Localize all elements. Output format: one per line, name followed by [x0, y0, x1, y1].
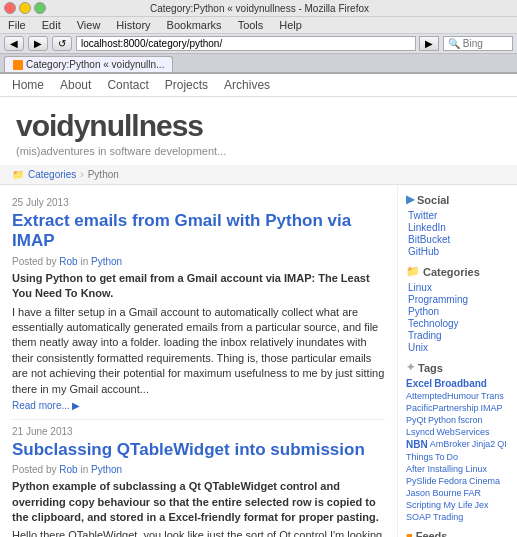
content-layout: 25 July 2013 Extract emails from Gmail w…: [0, 185, 517, 537]
sidebar-tags-title: ✦ Tags: [406, 361, 509, 374]
window-controls[interactable]: [4, 2, 46, 14]
tag-jasonbourne[interactable]: Jason Bourne: [406, 488, 462, 498]
go-button[interactable]: ▶: [419, 36, 439, 51]
nav-home[interactable]: Home: [12, 78, 44, 92]
sidebar-categories: 📁 Categories Linux Programming Python Te…: [406, 265, 509, 353]
article-2-author[interactable]: Rob: [59, 464, 77, 475]
tab-favicon: [13, 60, 23, 70]
feeds-icon: ■: [406, 530, 413, 537]
nav-about[interactable]: About: [60, 78, 91, 92]
nav-archives[interactable]: Archives: [224, 78, 270, 92]
sidebar-categories-title: 📁 Categories: [406, 265, 509, 278]
article-1-category[interactable]: Python: [91, 256, 122, 267]
sidebar-twitter[interactable]: Twitter: [406, 210, 509, 221]
reload-button[interactable]: ↺: [52, 36, 72, 51]
window-title: Category:Python « voidynullness - Mozill…: [46, 3, 473, 14]
tag-cinema[interactable]: Cinema: [469, 476, 500, 486]
folder-icon: 📁: [406, 265, 420, 278]
article-1-summary: I have a filter setup in a Gmail account…: [12, 305, 385, 397]
site-title: voidynullness: [16, 109, 501, 143]
close-button[interactable]: [4, 2, 16, 14]
sidebar-bitbucket[interactable]: BitBucket: [406, 234, 509, 245]
article-1-summary-bold: Using Python to get email from a Gmail a…: [12, 271, 385, 302]
tag-ambroker[interactable]: AmBroker: [430, 439, 470, 450]
tag-do[interactable]: Do: [447, 452, 459, 462]
article-divider: [12, 419, 385, 420]
site-nav: Home About Contact Projects Archives: [0, 74, 517, 97]
tag-lsyncd[interactable]: Lsyncd: [406, 427, 435, 437]
tabs-bar: Category:Python « voidynulln...: [0, 54, 517, 73]
sidebar-social: ▶ Social Twitter LinkedIn BitBucket GitH…: [406, 193, 509, 257]
article-2-summary-bold: Python example of subclassing a Qt QTabl…: [12, 479, 385, 525]
browser-chrome: Category:Python « voidynullness - Mozill…: [0, 0, 517, 74]
tag-imap[interactable]: IMAP: [481, 403, 503, 413]
menu-tools[interactable]: Tools: [234, 18, 268, 32]
address-bar-row: ▶: [76, 36, 439, 51]
tag-python[interactable]: Python: [428, 415, 456, 425]
nav-contact[interactable]: Contact: [107, 78, 148, 92]
site-header: voidynullness (mis)adventures in softwar…: [0, 97, 517, 165]
nav-projects[interactable]: Projects: [165, 78, 208, 92]
tag-nbn[interactable]: NBN: [406, 439, 428, 450]
active-tab[interactable]: Category:Python « voidynulln...: [4, 56, 173, 72]
tag-trading[interactable]: Trading: [433, 512, 463, 522]
social-icon: ▶: [406, 193, 414, 206]
article-1-read-more[interactable]: Read more... ▶: [12, 400, 385, 411]
article-1-title[interactable]: Extract emails from Gmail with Python vi…: [12, 211, 385, 252]
maximize-button[interactable]: [34, 2, 46, 14]
breadcrumb-python: Python: [88, 169, 119, 180]
address-input[interactable]: [76, 36, 416, 51]
tag-attemptedhumour[interactable]: AttemptedHumour: [406, 391, 479, 401]
tag-after-installing-linux[interactable]: After Installing Linux: [406, 464, 487, 474]
article-2-date: 21 June 2013: [12, 426, 385, 437]
menu-help[interactable]: Help: [275, 18, 306, 32]
tag-jinja2[interactable]: Jinja2: [472, 439, 496, 450]
tab-label: Category:Python « voidynulln...: [26, 59, 164, 70]
article-1-date: 25 July 2013: [12, 197, 385, 208]
sidebar-cat-trading[interactable]: Trading: [406, 330, 509, 341]
menu-history[interactable]: History: [112, 18, 154, 32]
menu-file[interactable]: File: [4, 18, 30, 32]
tag-pyslide[interactable]: PySlide: [406, 476, 437, 486]
tag-pyqt[interactable]: PyQt: [406, 415, 426, 425]
tag-trans[interactable]: Trans: [481, 391, 504, 401]
tag-soap[interactable]: SOAP: [406, 512, 431, 522]
tag-things[interactable]: Things: [406, 452, 433, 462]
minimize-button[interactable]: [19, 2, 31, 14]
tag-fedora[interactable]: Fedora: [439, 476, 468, 486]
article-2-category[interactable]: Python: [91, 464, 122, 475]
breadcrumb-home[interactable]: 📁: [12, 169, 24, 180]
sidebar-cat-programming[interactable]: Programming: [406, 294, 509, 305]
article-2-meta: Posted by Rob in Python: [12, 464, 385, 475]
tag-fscron[interactable]: fscron: [458, 415, 483, 425]
tag-qi[interactable]: QI: [497, 439, 507, 450]
site-tagline: (mis)adventures in software development.…: [16, 145, 501, 157]
sidebar-github[interactable]: GitHub: [406, 246, 509, 257]
menu-bookmarks[interactable]: Bookmarks: [163, 18, 226, 32]
search-input[interactable]: [443, 36, 513, 51]
article-1-author[interactable]: Rob: [59, 256, 77, 267]
sidebar-cat-linux[interactable]: Linux: [406, 282, 509, 293]
sidebar-cat-python[interactable]: Python: [406, 306, 509, 317]
tag-webservices[interactable]: WebServices: [437, 427, 490, 437]
tag-excel[interactable]: Excel: [406, 378, 432, 389]
tag-icon: ✦: [406, 361, 415, 374]
tag-scripting[interactable]: Scripting My Life: [406, 500, 473, 510]
title-bar: Category:Python « voidynullness - Mozill…: [0, 0, 517, 17]
tag-to[interactable]: To: [435, 452, 445, 462]
back-button[interactable]: ◀: [4, 36, 24, 51]
main-content: 25 July 2013 Extract emails from Gmail w…: [0, 185, 397, 537]
tag-far[interactable]: FAR: [464, 488, 482, 498]
menu-view[interactable]: View: [73, 18, 105, 32]
article-2-summary: Hello there QTableWidget, you look like …: [12, 528, 385, 537]
breadcrumb-categories[interactable]: Categories: [28, 169, 76, 180]
forward-button[interactable]: ▶: [28, 36, 48, 51]
article-2-title[interactable]: Subclassing QTableWidget into submission: [12, 440, 385, 460]
sidebar-cat-unix[interactable]: Unix: [406, 342, 509, 353]
tag-jex[interactable]: Jex: [475, 500, 489, 510]
sidebar-cat-technology[interactable]: Technology: [406, 318, 509, 329]
tag-broadband[interactable]: Broadband: [434, 378, 487, 389]
menu-edit[interactable]: Edit: [38, 18, 65, 32]
sidebar-linkedin[interactable]: LinkedIn: [406, 222, 509, 233]
tag-pacificpartnership[interactable]: PacificPartnership: [406, 403, 479, 413]
